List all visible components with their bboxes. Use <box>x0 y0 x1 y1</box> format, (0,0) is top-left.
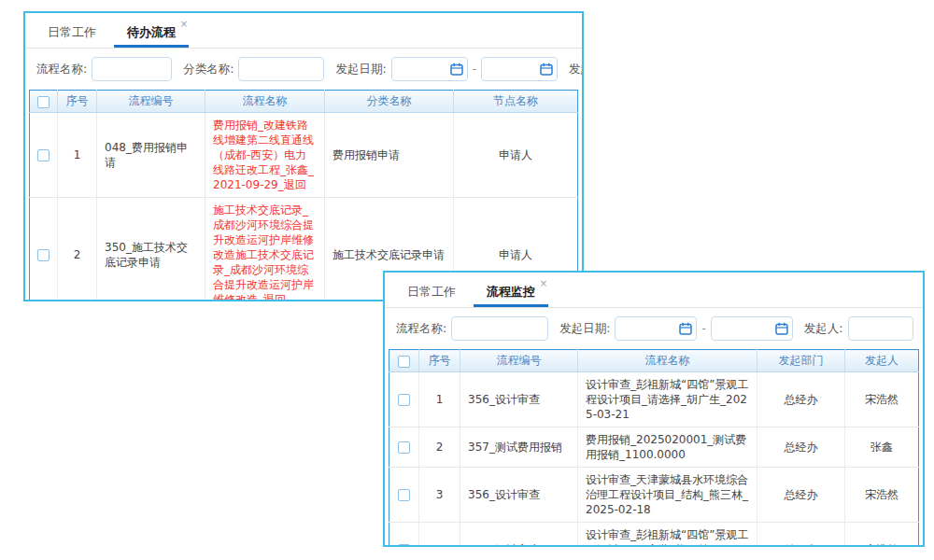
tab-pending-processes[interactable]: 待办流程 × <box>114 19 189 48</box>
table-row: 3356_设计审查设计审查_天津蒙城县水环境综合治理工程设计项目_结构_熊三林_… <box>389 468 919 523</box>
row-checkbox[interactable] <box>398 544 410 547</box>
col-category: 分类名称 <box>325 91 454 113</box>
initiator-label: 发起人: <box>804 321 843 337</box>
col-node: 节点名称 <box>454 91 578 113</box>
cell-name: 费用报销_2025020001_测试费用报销_1100.0000 <box>578 427 757 468</box>
table-header-row: 序号 流程编号 流程名称 发起部门 发起人 <box>389 350 919 372</box>
category-name-input[interactable] <box>238 57 324 81</box>
cell-dept: 总经办 <box>757 372 845 427</box>
start-date-label: 发起日期: <box>559 321 610 337</box>
category-name-label: 分类名称: <box>183 62 234 77</box>
cell-initiator: 宋浩然 <box>845 372 919 427</box>
panel-pending-processes: 日常工作 待办流程 × 流程名称: 分类名称: 发起日期: - <box>23 11 584 301</box>
date-range-separator: - <box>701 322 705 335</box>
row-select-cell <box>389 523 419 548</box>
tab-process-monitoring[interactable]: 流程监控 × <box>474 278 548 307</box>
cell-no: 2 <box>58 198 97 302</box>
table-row: 4356_设计审查设计审查_彭祖新城“四馆”景观工程设计项目_安装_熊三林_20… <box>389 523 919 548</box>
pending-processes-table: 序号 流程编号 流程名称 分类名称 节点名称 1048_费用报销申请费用报销_改… <box>29 90 578 301</box>
select-all-cell <box>30 91 58 113</box>
cell-category: 费用报销申请 <box>325 113 454 198</box>
select-all-checkbox[interactable] <box>37 96 50 108</box>
start-date-from <box>391 57 468 81</box>
tab-label: 待办流程 <box>127 25 176 39</box>
table-row: 1356_设计审查设计审查_彭祖新城“四馆”景观工程设计项目_请选择_胡广生_2… <box>389 372 919 427</box>
cell-no: 3 <box>419 468 460 523</box>
row-select-cell <box>389 468 419 523</box>
cell-initiator: 张鑫 <box>845 427 919 468</box>
cell-code: 350_施工技术交底记录申请 <box>97 198 205 302</box>
tab-label: 流程监控 <box>487 285 535 299</box>
close-icon[interactable]: × <box>540 279 547 288</box>
row-select-cell <box>30 113 58 198</box>
cell-node: 申请人 <box>454 113 578 198</box>
cell-name: 费用报销_改建铁路线增建第二线直通线（成都-西安）电力线路迁改工程_张鑫_202… <box>205 113 325 198</box>
tabbar-pending: 日常工作 待办流程 × <box>25 13 582 49</box>
process-name-input[interactable] <box>451 316 548 341</box>
cell-name: 设计审查_彭祖新城“四馆”景观工程设计项目_安装_熊三林_2025-02-18 <box>578 523 757 548</box>
table-header-row: 序号 流程编号 流程名称 分类名称 节点名称 <box>30 91 578 113</box>
select-all-cell <box>389 350 419 372</box>
cell-dept: 总经办 <box>757 468 845 523</box>
cell-code: 356_设计审查 <box>460 372 578 427</box>
initiator-label: 发起人: <box>569 62 582 77</box>
col-initiator: 发起人 <box>845 350 919 372</box>
cell-dept: 总经办 <box>757 523 845 548</box>
row-select-cell <box>30 198 58 302</box>
cell-name: 设计审查_天津蒙城县水环境综合治理工程设计项目_结构_熊三林_2025-02-1… <box>578 468 757 523</box>
cell-code: 356_设计审查 <box>460 468 578 523</box>
filterbar-pending: 流程名称: 分类名称: 发起日期: - <box>25 49 582 89</box>
cell-dept: 总经办 <box>757 427 845 468</box>
tab-daily-work[interactable]: 日常工作 <box>35 19 109 48</box>
cell-no: 4 <box>419 523 460 548</box>
table-row: 2357_测试费用报销费用报销_2025020001_测试费用报销_1100.0… <box>389 427 919 468</box>
col-no: 序号 <box>58 91 97 113</box>
col-name: 流程名称 <box>205 91 325 113</box>
start-date-to <box>481 57 558 81</box>
cell-no: 1 <box>58 113 97 198</box>
cell-code: 048_费用报销申请 <box>97 113 205 198</box>
start-date-label: 发起日期: <box>335 62 386 77</box>
panel-process-monitoring: 日常工作 流程监控 × 流程名称: 发起日期: - <box>383 271 925 547</box>
table-row: 1048_费用报销申请费用报销_改建铁路线增建第二线直通线（成都-西安）电力线路… <box>30 113 578 198</box>
row-checkbox[interactable] <box>398 394 410 406</box>
process-monitoring-table: 序号 流程编号 流程名称 发起部门 发起人 1356_设计审查设计审查_彭祖新城… <box>389 349 919 547</box>
row-checkbox[interactable] <box>398 441 410 454</box>
col-dept: 发起部门 <box>757 350 845 372</box>
start-date-from <box>615 316 697 341</box>
initiator-input[interactable] <box>848 316 913 341</box>
row-select-cell <box>389 372 419 427</box>
workspace: 日常工作 待办流程 × 流程名称: 分类名称: 发起日期: - <box>0 0 934 560</box>
process-name-label: 流程名称: <box>36 62 87 77</box>
cell-code: 356_设计审查 <box>460 523 578 548</box>
cell-name: 施工技术交底记录_成都沙河环境综合提升改造运河护岸维修改造施工技术交底记录_成都… <box>205 198 325 302</box>
calendar-icon[interactable] <box>679 322 692 335</box>
col-code: 流程编号 <box>460 350 578 372</box>
cell-no: 2 <box>419 427 460 468</box>
row-checkbox[interactable] <box>37 149 50 161</box>
cell-no: 1 <box>419 372 460 427</box>
calendar-icon[interactable] <box>775 322 788 335</box>
filterbar-monitoring: 流程名称: 发起日期: - <box>385 308 923 348</box>
row-checkbox[interactable] <box>398 489 410 501</box>
cell-initiator: 宋浩然 <box>845 468 919 523</box>
col-no: 序号 <box>419 350 460 372</box>
col-name: 流程名称 <box>578 350 757 372</box>
process-name-label: 流程名称: <box>396 321 446 337</box>
cell-code: 357_测试费用报销 <box>460 427 578 468</box>
row-select-cell <box>389 427 419 468</box>
tabbar-monitoring: 日常工作 流程监控 × <box>385 273 923 308</box>
tab-daily-work[interactable]: 日常工作 <box>394 278 469 307</box>
select-all-checkbox[interactable] <box>398 356 410 368</box>
row-checkbox[interactable] <box>37 249 50 261</box>
date-range-separator: - <box>473 63 476 76</box>
process-name-input[interactable] <box>92 57 172 81</box>
col-code: 流程编号 <box>97 91 205 113</box>
calendar-icon[interactable] <box>540 63 553 76</box>
cell-initiator: 宋浩然 <box>845 523 919 548</box>
cell-name: 设计审查_彭祖新城“四馆”景观工程设计项目_请选择_胡广生_2025-03-21 <box>578 372 757 427</box>
close-icon[interactable]: × <box>180 20 188 29</box>
calendar-icon[interactable] <box>450 63 463 76</box>
start-date-to <box>711 316 793 341</box>
